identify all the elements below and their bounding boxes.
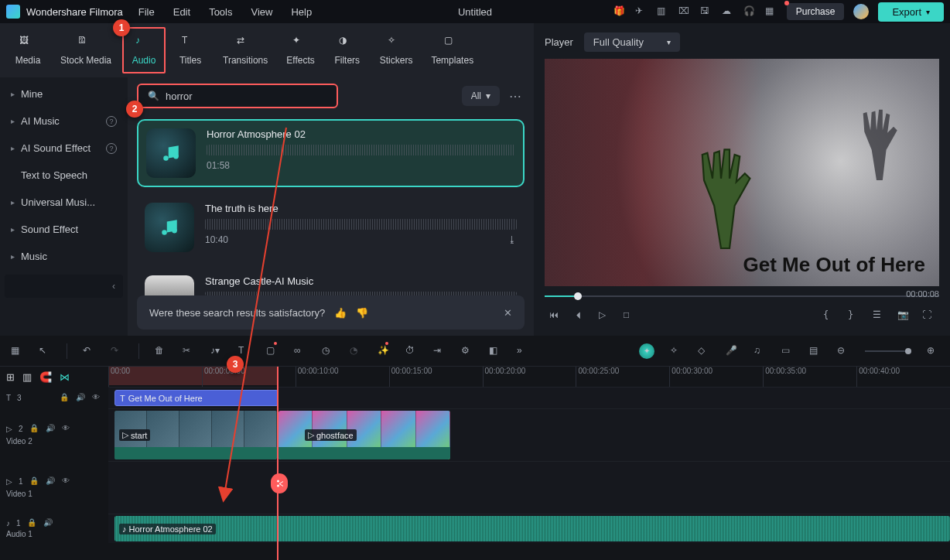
thumbs-icon[interactable]: ▤ <box>809 345 822 357</box>
thumbs-down-icon[interactable]: 👎 <box>356 307 368 319</box>
tab-filters[interactable]: ◑Filters <box>326 29 369 72</box>
timer-icon[interactable]: ⏱ <box>405 345 418 357</box>
screen-icon[interactable]: ⌧ <box>678 5 691 18</box>
expand-icon[interactable]: ⛶ <box>922 309 935 322</box>
sidebar-item-music[interactable]: Music <box>0 243 128 270</box>
send-icon[interactable]: ✈ <box>635 5 648 18</box>
render-icon[interactable]: ▭ <box>781 345 794 357</box>
voiceover-icon[interactable]: 🎤 <box>726 345 738 357</box>
bracket-close-icon[interactable]: } <box>848 309 860 322</box>
audio1-lane[interactable]: ♪Horror Atmosphere 02 <box>108 514 950 543</box>
video-clip[interactable]: ▷start <box>114 411 277 459</box>
panel-icon[interactable]: ▥ <box>657 5 669 18</box>
stop-icon[interactable]: □ <box>624 309 636 322</box>
text-icon[interactable]: T <box>238 345 251 357</box>
scissor-icon[interactable] <box>271 473 288 493</box>
grid-icon[interactable]: ▦ <box>11 345 23 357</box>
mixer-icon[interactable]: ♫ <box>754 345 766 357</box>
menu-file[interactable]: File <box>138 6 155 18</box>
color-icon[interactable]: ◔ <box>350 345 362 357</box>
menu-help[interactable]: Help <box>291 6 312 18</box>
export-button[interactable]: Export <box>878 2 944 22</box>
user-avatar[interactable] <box>853 4 869 19</box>
menu-tools[interactable]: Tools <box>209 6 232 18</box>
mask-icon[interactable]: ◧ <box>489 345 501 357</box>
cloud-icon[interactable]: ☁ <box>722 5 734 18</box>
scrub-bar[interactable]: 00:00:08 <box>545 291 939 302</box>
help-icon[interactable]: ? <box>106 143 117 154</box>
lock-icon[interactable]: 🔒 <box>60 393 70 403</box>
audio-clip[interactable]: ♪Horror Atmosphere 02 <box>114 516 950 541</box>
result-item[interactable]: Horror Atmosphere 02 01:58 <box>137 119 525 187</box>
playhead[interactable] <box>277 367 279 560</box>
play-icon[interactable]: ▷ <box>599 309 611 322</box>
tab-templates[interactable]: ▢Templates <box>423 29 481 72</box>
more-options[interactable]: ⋯ <box>506 89 525 104</box>
marker-icon[interactable]: ◇ <box>698 345 710 357</box>
delete-icon[interactable]: 🗑 <box>155 345 167 357</box>
sparkle-icon[interactable]: ✧ <box>670 345 682 357</box>
tab-transitions[interactable]: ⇄Transitions <box>215 29 275 72</box>
add-track-icon[interactable]: ⊞ <box>6 371 15 383</box>
sidebar-item-mine[interactable]: Mine <box>0 80 128 108</box>
video-preview[interactable]: Get Me Out of Here <box>545 59 939 286</box>
tab-effects[interactable]: ✦Effects <box>279 29 322 72</box>
lock-icon[interactable]: 🔒 <box>29 424 39 434</box>
headphone-icon[interactable]: 🎧 <box>743 5 756 18</box>
redo-icon[interactable]: ↷ <box>111 345 123 357</box>
ai-icon[interactable]: ✦ <box>639 343 654 359</box>
adjust-icon[interactable]: ⚙ <box>461 345 473 357</box>
step-back-icon[interactable]: ⏴ <box>574 309 586 322</box>
tab-media[interactable]: 🖼Media <box>6 29 50 72</box>
eye-icon[interactable]: 👁 <box>62 424 72 434</box>
gift-icon[interactable]: 🎁 <box>613 5 626 18</box>
mute-icon[interactable]: 🔊 <box>46 424 56 434</box>
download-icon[interactable]: ⭳ <box>507 234 517 245</box>
eye-icon[interactable]: 👁 <box>62 476 72 487</box>
snapshot-icon[interactable]: 📷 <box>897 309 910 322</box>
apps-icon[interactable]: ▦ <box>765 5 777 18</box>
video1-lane[interactable] <box>108 461 950 514</box>
menu-view[interactable]: View <box>251 6 272 18</box>
sidebar-item-sound-effect[interactable]: Sound Effect <box>0 216 128 243</box>
link-tracks-icon[interactable]: ⋈ <box>60 371 70 383</box>
close-icon[interactable]: ✕ <box>504 307 512 319</box>
layout-icon[interactable]: ▥ <box>22 371 32 383</box>
mute-icon[interactable]: 🔊 <box>76 393 86 403</box>
search-input[interactable] <box>166 90 327 102</box>
save-icon[interactable]: 🖫 <box>700 5 712 18</box>
mute-icon[interactable]: 🔊 <box>43 518 53 528</box>
zoom-in-icon[interactable]: ⊕ <box>927 345 939 357</box>
help-icon[interactable]: ? <box>106 116 117 127</box>
pointer-icon[interactable]: ↖ <box>39 345 51 357</box>
tab-stickers[interactable]: ✧Stickers <box>372 29 421 72</box>
result-item[interactable]: The truth is here 10:40⭳ <box>137 195 525 260</box>
video2-lane[interactable]: ▷start ▷ghostface <box>108 408 950 461</box>
more-icon[interactable]: » <box>517 345 529 357</box>
search-box[interactable]: 🔍 2 <box>137 84 338 108</box>
quality-dropdown[interactable]: Full Quality <box>584 32 680 52</box>
tab-titles[interactable]: TTitles <box>169 29 212 72</box>
tab-stock-media[interactable]: 🖻Stock Media <box>53 29 119 72</box>
bracket-open-icon[interactable]: { <box>823 309 836 322</box>
sidebar-item-ai-sound[interactable]: AI Sound Effect? <box>0 135 128 162</box>
lock-icon[interactable]: 🔒 <box>27 518 37 528</box>
sidebar-item-universal[interactable]: Universal Musi... <box>0 189 128 216</box>
audio-edit-icon[interactable]: ♪▾ <box>210 345 223 357</box>
text-clip[interactable]: TGet Me Out of Here <box>114 390 279 406</box>
cut-icon[interactable]: ✂ <box>183 345 195 357</box>
zoom-slider[interactable] <box>865 350 911 352</box>
menu-edit[interactable]: Edit <box>173 6 190 18</box>
prev-icon[interactable]: ⏮ <box>549 309 562 322</box>
tab-audio[interactable]: ♪Audio 1 <box>122 27 166 73</box>
video-clip[interactable]: ▷ghostface <box>279 411 450 459</box>
export-clip-icon[interactable]: ⇥ <box>433 345 446 357</box>
speed-icon[interactable]: ◷ <box>322 345 334 357</box>
link-icon[interactable]: ∞ <box>294 345 306 357</box>
sidebar-collapse[interactable]: ‹ <box>5 275 123 298</box>
lock-icon[interactable]: 🔒 <box>29 476 39 487</box>
undo-icon[interactable]: ↶ <box>83 345 95 357</box>
result-item[interactable]: Strange Castle-AI Music <box>137 268 525 295</box>
crop-icon[interactable]: ▢ <box>266 345 279 357</box>
sidebar-item-tts[interactable]: Text to Speech <box>0 162 128 189</box>
